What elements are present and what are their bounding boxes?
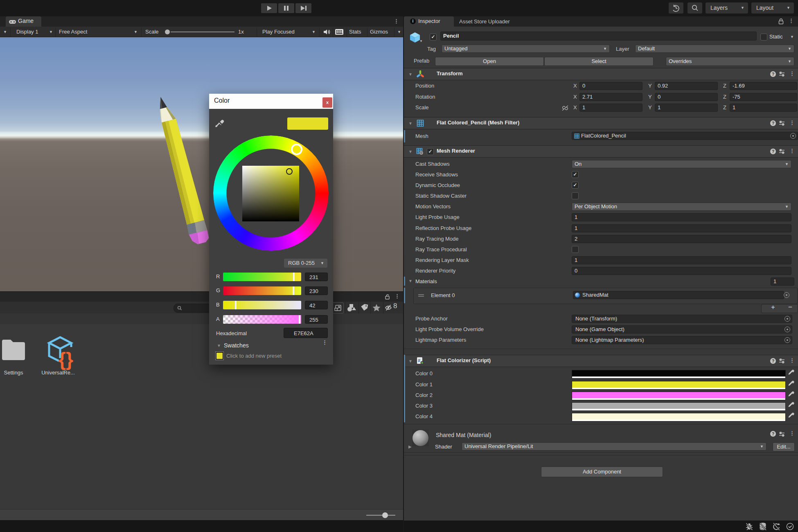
svg-text:#: #	[418, 358, 420, 363]
svg-text:{}: {}	[59, 349, 73, 370]
